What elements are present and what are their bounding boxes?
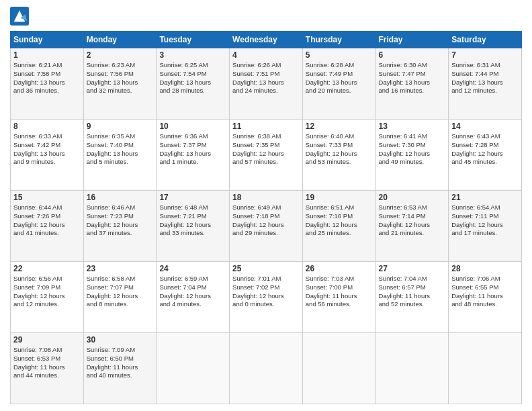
col-header-tuesday: Tuesday — [157, 32, 230, 48]
col-header-sunday: Sunday — [11, 32, 84, 48]
calendar-cell: 13Sunrise: 6:41 AMSunset: 7:30 PMDayligh… — [375, 120, 449, 191]
calendar-cell: 18Sunrise: 6:49 AMSunset: 7:18 PMDayligh… — [230, 191, 303, 262]
calendar-cell: 3Sunrise: 6:25 AMSunset: 7:54 PMDaylight… — [157, 48, 230, 120]
day-number: 19 — [306, 193, 373, 202]
week-row-4: 22Sunrise: 6:56 AMSunset: 7:09 PMDayligh… — [11, 262, 522, 333]
day-number: 4 — [232, 50, 300, 60]
col-header-monday: Monday — [83, 32, 157, 48]
week-row-5: 29Sunrise: 7:08 AMSunset: 6:53 PMDayligh… — [11, 333, 522, 404]
day-number: 12 — [306, 122, 373, 131]
calendar-cell: 28Sunrise: 7:06 AMSunset: 6:55 PMDayligh… — [449, 262, 522, 333]
calendar-cell: 26Sunrise: 7:03 AMSunset: 7:00 PMDayligh… — [302, 262, 375, 333]
cell-details: Sunrise: 6:54 AMSunset: 7:11 PMDaylight:… — [451, 203, 519, 238]
day-number: 29 — [13, 335, 81, 345]
cell-details: Sunrise: 6:46 AMSunset: 7:23 PMDaylight:… — [87, 203, 154, 238]
calendar-cell: 27Sunrise: 7:04 AMSunset: 6:57 PMDayligh… — [375, 262, 449, 333]
cell-details: Sunrise: 6:28 AMSunset: 7:49 PMDaylight:… — [306, 61, 373, 95]
calendar-cell: 17Sunrise: 6:48 AMSunset: 7:21 PMDayligh… — [157, 191, 230, 262]
calendar-cell — [157, 333, 230, 404]
cell-details: Sunrise: 6:21 AMSunset: 7:58 PMDaylight:… — [13, 61, 81, 95]
cell-details: Sunrise: 6:48 AMSunset: 7:21 PMDaylight:… — [159, 203, 226, 238]
calendar-cell: 23Sunrise: 6:58 AMSunset: 7:07 PMDayligh… — [83, 262, 157, 333]
calendar-cell: 19Sunrise: 6:51 AMSunset: 7:16 PMDayligh… — [302, 191, 375, 262]
header-row: SundayMondayTuesdayWednesdayThursdayFrid… — [11, 32, 522, 48]
cell-details: Sunrise: 6:51 AMSunset: 7:16 PMDaylight:… — [306, 203, 373, 238]
day-number: 2 — [87, 50, 154, 60]
day-number: 30 — [87, 335, 154, 345]
cell-details: Sunrise: 7:03 AMSunset: 7:00 PMDaylight:… — [306, 275, 373, 309]
day-number: 25 — [232, 264, 300, 273]
day-number: 11 — [232, 122, 300, 131]
day-number: 3 — [159, 50, 226, 60]
day-number: 7 — [451, 50, 519, 60]
cell-details: Sunrise: 6:36 AMSunset: 7:37 PMDaylight:… — [159, 132, 226, 167]
day-number: 26 — [306, 264, 373, 273]
day-number: 5 — [306, 50, 373, 60]
day-number: 9 — [87, 122, 154, 131]
cell-details: Sunrise: 6:59 AMSunset: 7:04 PMDaylight:… — [159, 275, 226, 309]
day-number: 22 — [13, 264, 81, 273]
cell-details: Sunrise: 6:31 AMSunset: 7:44 PMDaylight:… — [451, 61, 519, 95]
day-number: 24 — [159, 264, 226, 273]
calendar-cell: 21Sunrise: 6:54 AMSunset: 7:11 PMDayligh… — [449, 191, 522, 262]
day-number: 17 — [159, 193, 226, 202]
day-number: 28 — [451, 264, 519, 273]
cell-details: Sunrise: 6:33 AMSunset: 7:42 PMDaylight:… — [13, 132, 81, 167]
day-number: 13 — [379, 122, 446, 131]
col-header-friday: Friday — [375, 32, 449, 48]
calendar-cell: 20Sunrise: 6:53 AMSunset: 7:14 PMDayligh… — [375, 191, 449, 262]
day-number: 6 — [379, 50, 446, 60]
cell-details: Sunrise: 6:53 AMSunset: 7:14 PMDaylight:… — [379, 203, 446, 238]
calendar-cell — [449, 333, 522, 404]
cell-details: Sunrise: 6:23 AMSunset: 7:56 PMDaylight:… — [87, 61, 154, 95]
day-number: 18 — [232, 193, 300, 202]
calendar-cell: 4Sunrise: 6:26 AMSunset: 7:51 PMDaylight… — [230, 48, 303, 120]
col-header-saturday: Saturday — [449, 32, 522, 48]
calendar-cell: 8Sunrise: 6:33 AMSunset: 7:42 PMDaylight… — [11, 120, 84, 191]
calendar-cell: 1Sunrise: 6:21 AMSunset: 7:58 PMDaylight… — [11, 48, 84, 120]
logo — [10, 7, 32, 26]
cell-details: Sunrise: 6:26 AMSunset: 7:51 PMDaylight:… — [232, 61, 300, 95]
day-number: 8 — [13, 122, 81, 131]
cell-details: Sunrise: 7:09 AMSunset: 6:50 PMDaylight:… — [87, 346, 154, 380]
col-header-thursday: Thursday — [302, 32, 375, 48]
cell-details: Sunrise: 7:01 AMSunset: 7:02 PMDaylight:… — [232, 275, 300, 309]
calendar-table: SundayMondayTuesdayWednesdayThursdayFrid… — [10, 31, 522, 404]
cell-details: Sunrise: 6:40 AMSunset: 7:33 PMDaylight:… — [306, 132, 373, 167]
calendar-cell — [375, 333, 449, 404]
day-number: 14 — [451, 122, 519, 131]
day-number: 10 — [159, 122, 226, 131]
week-row-1: 1Sunrise: 6:21 AMSunset: 7:58 PMDaylight… — [11, 48, 522, 120]
calendar-cell: 29Sunrise: 7:08 AMSunset: 6:53 PMDayligh… — [11, 333, 84, 404]
day-number: 21 — [451, 193, 519, 202]
logo-icon — [10, 7, 29, 26]
calendar-cell: 2Sunrise: 6:23 AMSunset: 7:56 PMDaylight… — [83, 48, 157, 120]
header — [10, 7, 522, 26]
day-number: 16 — [87, 193, 154, 202]
cell-details: Sunrise: 6:49 AMSunset: 7:18 PMDaylight:… — [232, 203, 300, 238]
col-header-wednesday: Wednesday — [230, 32, 303, 48]
cell-details: Sunrise: 6:30 AMSunset: 7:47 PMDaylight:… — [379, 61, 446, 95]
page: SundayMondayTuesdayWednesdayThursdayFrid… — [0, 0, 532, 411]
calendar-cell — [230, 333, 303, 404]
calendar-cell: 15Sunrise: 6:44 AMSunset: 7:26 PMDayligh… — [11, 191, 84, 262]
day-number: 1 — [13, 50, 81, 60]
week-row-2: 8Sunrise: 6:33 AMSunset: 7:42 PMDaylight… — [11, 120, 522, 191]
calendar-cell: 16Sunrise: 6:46 AMSunset: 7:23 PMDayligh… — [83, 191, 157, 262]
calendar-cell: 24Sunrise: 6:59 AMSunset: 7:04 PMDayligh… — [157, 262, 230, 333]
calendar-cell: 11Sunrise: 6:38 AMSunset: 7:35 PMDayligh… — [230, 120, 303, 191]
calendar-cell — [302, 333, 375, 404]
calendar-cell: 30Sunrise: 7:09 AMSunset: 6:50 PMDayligh… — [83, 333, 157, 404]
day-number: 23 — [87, 264, 154, 273]
calendar-cell: 6Sunrise: 6:30 AMSunset: 7:47 PMDaylight… — [375, 48, 449, 120]
day-number: 15 — [13, 193, 81, 202]
cell-details: Sunrise: 7:08 AMSunset: 6:53 PMDaylight:… — [13, 346, 81, 380]
calendar-cell: 22Sunrise: 6:56 AMSunset: 7:09 PMDayligh… — [11, 262, 84, 333]
cell-details: Sunrise: 6:43 AMSunset: 7:28 PMDaylight:… — [451, 132, 519, 167]
cell-details: Sunrise: 6:25 AMSunset: 7:54 PMDaylight:… — [159, 61, 226, 95]
calendar-cell: 7Sunrise: 6:31 AMSunset: 7:44 PMDaylight… — [449, 48, 522, 120]
calendar-cell: 25Sunrise: 7:01 AMSunset: 7:02 PMDayligh… — [230, 262, 303, 333]
week-row-3: 15Sunrise: 6:44 AMSunset: 7:26 PMDayligh… — [11, 191, 522, 262]
calendar-cell: 9Sunrise: 6:35 AMSunset: 7:40 PMDaylight… — [83, 120, 157, 191]
day-number: 20 — [379, 193, 446, 202]
